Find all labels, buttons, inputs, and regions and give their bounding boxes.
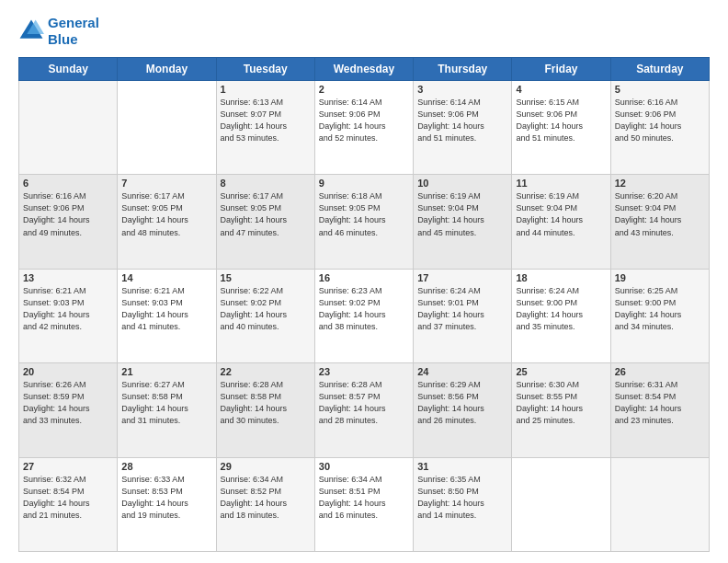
calendar-day: 1Sunrise: 6:13 AMSunset: 9:07 PMDaylight… bbox=[216, 81, 314, 175]
calendar-day: 17Sunrise: 6:24 AMSunset: 9:01 PMDayligh… bbox=[414, 269, 512, 362]
calendar-day: 30Sunrise: 6:34 AMSunset: 8:51 PMDayligh… bbox=[314, 457, 413, 551]
day-info: Sunrise: 6:21 AMSunset: 9:03 PMDaylight:… bbox=[121, 285, 211, 333]
day-info: Sunrise: 6:13 AMSunset: 9:07 PMDaylight:… bbox=[221, 97, 311, 144]
logo-text: General Blue bbox=[48, 15, 99, 48]
day-info: Sunrise: 6:28 AMSunset: 8:58 PMDaylight:… bbox=[221, 379, 311, 427]
day-number: 7 bbox=[121, 178, 211, 189]
calendar-day: 23Sunrise: 6:28 AMSunset: 8:57 PMDayligh… bbox=[314, 363, 413, 457]
day-info: Sunrise: 6:35 AMSunset: 8:50 PMDaylight:… bbox=[417, 474, 507, 522]
logo-icon bbox=[18, 18, 44, 44]
calendar-day: 6Sunrise: 6:16 AMSunset: 9:06 PMDaylight… bbox=[19, 175, 118, 269]
day-number: 18 bbox=[516, 272, 606, 283]
day-number: 4 bbox=[516, 84, 606, 95]
day-info: Sunrise: 6:14 AMSunset: 9:06 PMDaylight:… bbox=[417, 97, 507, 144]
calendar-day: 25Sunrise: 6:30 AMSunset: 8:55 PMDayligh… bbox=[512, 363, 610, 457]
weekday-header: Tuesday bbox=[216, 58, 314, 81]
calendar-day: 4Sunrise: 6:15 AMSunset: 9:06 PMDaylight… bbox=[512, 81, 610, 175]
day-number: 16 bbox=[319, 272, 409, 283]
day-info: Sunrise: 6:16 AMSunset: 9:06 PMDaylight:… bbox=[23, 190, 113, 238]
weekday-header: Sunday bbox=[19, 58, 118, 81]
calendar-day: 21Sunrise: 6:27 AMSunset: 8:58 PMDayligh… bbox=[118, 363, 216, 457]
day-info: Sunrise: 6:19 AMSunset: 9:04 PMDaylight:… bbox=[516, 190, 606, 238]
day-number: 12 bbox=[615, 178, 705, 189]
day-number: 1 bbox=[221, 84, 311, 95]
calendar-day: 14Sunrise: 6:21 AMSunset: 9:03 PMDayligh… bbox=[118, 269, 216, 362]
weekday-header: Thursday bbox=[414, 58, 512, 81]
day-number: 5 bbox=[615, 84, 705, 95]
calendar-day: 12Sunrise: 6:20 AMSunset: 9:04 PMDayligh… bbox=[610, 175, 709, 269]
weekday-header: Monday bbox=[118, 58, 216, 81]
day-number: 10 bbox=[417, 178, 507, 189]
day-info: Sunrise: 6:21 AMSunset: 9:03 PMDaylight:… bbox=[23, 285, 113, 333]
day-info: Sunrise: 6:20 AMSunset: 9:04 PMDaylight:… bbox=[615, 190, 705, 238]
calendar-day: 19Sunrise: 6:25 AMSunset: 9:00 PMDayligh… bbox=[610, 269, 709, 362]
calendar-empty bbox=[118, 81, 216, 175]
calendar-day: 27Sunrise: 6:32 AMSunset: 8:54 PMDayligh… bbox=[19, 457, 118, 551]
day-number: 15 bbox=[221, 272, 311, 283]
day-number: 17 bbox=[417, 272, 507, 283]
day-info: Sunrise: 6:32 AMSunset: 8:54 PMDaylight:… bbox=[23, 474, 113, 522]
calendar-day: 8Sunrise: 6:17 AMSunset: 9:05 PMDaylight… bbox=[216, 175, 314, 269]
day-info: Sunrise: 6:28 AMSunset: 8:57 PMDaylight:… bbox=[319, 379, 409, 427]
weekday-header: Friday bbox=[512, 58, 610, 81]
calendar-table: SundayMondayTuesdayWednesdayThursdayFrid… bbox=[18, 57, 710, 552]
day-number: 2 bbox=[319, 84, 409, 95]
calendar-day: 31Sunrise: 6:35 AMSunset: 8:50 PMDayligh… bbox=[414, 457, 512, 551]
day-info: Sunrise: 6:31 AMSunset: 8:54 PMDaylight:… bbox=[615, 379, 705, 427]
day-number: 23 bbox=[319, 366, 409, 377]
day-number: 29 bbox=[221, 461, 311, 472]
day-info: Sunrise: 6:17 AMSunset: 9:05 PMDaylight:… bbox=[221, 190, 311, 238]
day-info: Sunrise: 6:16 AMSunset: 9:06 PMDaylight:… bbox=[615, 97, 705, 144]
day-info: Sunrise: 6:24 AMSunset: 9:01 PMDaylight:… bbox=[417, 285, 507, 333]
day-number: 13 bbox=[23, 272, 113, 283]
calendar-empty bbox=[610, 457, 709, 551]
day-info: Sunrise: 6:17 AMSunset: 9:05 PMDaylight:… bbox=[121, 190, 211, 238]
calendar-day: 28Sunrise: 6:33 AMSunset: 8:53 PMDayligh… bbox=[118, 457, 216, 551]
day-info: Sunrise: 6:27 AMSunset: 8:58 PMDaylight:… bbox=[121, 379, 211, 427]
calendar-day: 3Sunrise: 6:14 AMSunset: 9:06 PMDaylight… bbox=[414, 81, 512, 175]
day-number: 24 bbox=[417, 366, 507, 377]
calendar-day: 29Sunrise: 6:34 AMSunset: 8:52 PMDayligh… bbox=[216, 457, 314, 551]
calendar-day: 10Sunrise: 6:19 AMSunset: 9:04 PMDayligh… bbox=[414, 175, 512, 269]
weekday-header: Saturday bbox=[610, 58, 709, 81]
day-info: Sunrise: 6:15 AMSunset: 9:06 PMDaylight:… bbox=[516, 97, 606, 144]
page: General Blue SundayMondayTuesdayWednesda… bbox=[0, 0, 728, 563]
calendar-day: 2Sunrise: 6:14 AMSunset: 9:06 PMDaylight… bbox=[314, 81, 413, 175]
day-number: 28 bbox=[121, 461, 211, 472]
calendar-day: 7Sunrise: 6:17 AMSunset: 9:05 PMDaylight… bbox=[118, 175, 216, 269]
calendar-day: 26Sunrise: 6:31 AMSunset: 8:54 PMDayligh… bbox=[610, 363, 709, 457]
day-info: Sunrise: 6:25 AMSunset: 9:00 PMDaylight:… bbox=[615, 285, 705, 333]
day-info: Sunrise: 6:33 AMSunset: 8:53 PMDaylight:… bbox=[121, 474, 211, 522]
day-info: Sunrise: 6:14 AMSunset: 9:06 PMDaylight:… bbox=[319, 97, 409, 144]
calendar-day: 9Sunrise: 6:18 AMSunset: 9:05 PMDaylight… bbox=[314, 175, 413, 269]
day-number: 30 bbox=[319, 461, 409, 472]
calendar-empty bbox=[19, 81, 118, 175]
day-info: Sunrise: 6:29 AMSunset: 8:56 PMDaylight:… bbox=[417, 379, 507, 427]
calendar-day: 20Sunrise: 6:26 AMSunset: 8:59 PMDayligh… bbox=[19, 363, 118, 457]
calendar-day: 11Sunrise: 6:19 AMSunset: 9:04 PMDayligh… bbox=[512, 175, 610, 269]
day-info: Sunrise: 6:34 AMSunset: 8:51 PMDaylight:… bbox=[319, 474, 409, 522]
calendar-day: 15Sunrise: 6:22 AMSunset: 9:02 PMDayligh… bbox=[216, 269, 314, 362]
calendar-day: 18Sunrise: 6:24 AMSunset: 9:00 PMDayligh… bbox=[512, 269, 610, 362]
day-info: Sunrise: 6:26 AMSunset: 8:59 PMDaylight:… bbox=[23, 379, 113, 427]
calendar-empty bbox=[512, 457, 610, 551]
day-number: 14 bbox=[121, 272, 211, 283]
calendar-day: 24Sunrise: 6:29 AMSunset: 8:56 PMDayligh… bbox=[414, 363, 512, 457]
day-number: 8 bbox=[221, 178, 311, 189]
calendar-day: 13Sunrise: 6:21 AMSunset: 9:03 PMDayligh… bbox=[19, 269, 118, 362]
day-number: 20 bbox=[23, 366, 113, 377]
day-number: 26 bbox=[615, 366, 705, 377]
day-info: Sunrise: 6:23 AMSunset: 9:02 PMDaylight:… bbox=[319, 285, 409, 333]
day-number: 22 bbox=[221, 366, 311, 377]
day-info: Sunrise: 6:19 AMSunset: 9:04 PMDaylight:… bbox=[417, 190, 507, 238]
day-number: 25 bbox=[516, 366, 606, 377]
day-number: 19 bbox=[615, 272, 705, 283]
day-info: Sunrise: 6:18 AMSunset: 9:05 PMDaylight:… bbox=[319, 190, 409, 238]
logo: General Blue bbox=[18, 15, 99, 48]
calendar-day: 16Sunrise: 6:23 AMSunset: 9:02 PMDayligh… bbox=[314, 269, 413, 362]
day-info: Sunrise: 6:34 AMSunset: 8:52 PMDaylight:… bbox=[221, 474, 311, 522]
day-number: 9 bbox=[319, 178, 409, 189]
day-info: Sunrise: 6:30 AMSunset: 8:55 PMDaylight:… bbox=[516, 379, 606, 427]
day-info: Sunrise: 6:22 AMSunset: 9:02 PMDaylight:… bbox=[221, 285, 311, 333]
day-number: 3 bbox=[417, 84, 507, 95]
